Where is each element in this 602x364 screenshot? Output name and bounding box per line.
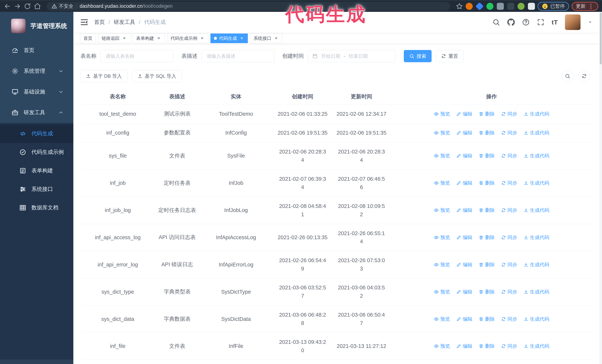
generate-code-link[interactable]: 生成代码: [524, 343, 549, 349]
preview-link[interactable]: 预览: [434, 261, 450, 268]
close-icon[interactable]: ×: [239, 36, 244, 41]
generate-code-link[interactable]: 生成代码: [524, 289, 549, 295]
header-search-icon[interactable]: [492, 18, 500, 26]
breadcrumb-item[interactable]: 研发工具: [114, 19, 135, 26]
sidebar-item-codegen-demo[interactable]: 代码生成示例: [0, 143, 73, 161]
sidebar-logo-row[interactable]: 芋道管理系统: [0, 12, 73, 40]
sync-link[interactable]: 同步: [501, 207, 517, 213]
extension-icon-6[interactable]: [517, 3, 525, 10]
tab-tracing[interactable]: 链路追踪 ×: [98, 33, 130, 43]
extension-icon-7[interactable]: [528, 3, 535, 10]
browser-forward-icon[interactable]: [14, 3, 21, 10]
table-name-input[interactable]: [101, 50, 173, 62]
preview-link[interactable]: 预览: [434, 316, 450, 322]
reset-button[interactable]: 重置: [436, 50, 463, 62]
generate-code-link[interactable]: 生成代码: [524, 130, 549, 136]
generate-code-link[interactable]: 生成代码: [524, 316, 549, 322]
scrollbar-thumb[interactable]: [600, 13, 602, 64]
fullscreen-icon[interactable]: [537, 18, 545, 26]
edit-link[interactable]: 编辑: [456, 207, 472, 213]
preview-link[interactable]: 预览: [434, 234, 450, 241]
font-size-icon[interactable]: tT: [552, 19, 558, 26]
bookmark-star-icon[interactable]: [456, 3, 463, 10]
delete-link[interactable]: 删除: [479, 207, 495, 213]
edit-link[interactable]: 编辑: [456, 153, 472, 159]
tab-home[interactable]: 首页: [80, 33, 96, 43]
date-range-picker[interactable]: 开始日期 - 结束日期: [308, 50, 396, 62]
tab-codegen-demo[interactable]: 代码生成示例 ×: [167, 33, 208, 43]
browser-home-icon[interactable]: [34, 3, 41, 10]
sidebar-item-devtools[interactable]: 研发工具: [0, 102, 73, 123]
edit-link[interactable]: 编辑: [456, 289, 472, 295]
sync-link[interactable]: 同步: [501, 316, 517, 322]
avatar-caret-icon[interactable]: [588, 20, 593, 25]
tab-form-builder[interactable]: 表单构建 ×: [133, 33, 165, 43]
end-date-placeholder[interactable]: 结束日期: [349, 53, 368, 59]
preview-link[interactable]: 预览: [434, 153, 450, 159]
sync-link[interactable]: 同步: [501, 111, 517, 117]
delete-link[interactable]: 删除: [479, 343, 495, 349]
generate-code-link[interactable]: 生成代码: [524, 261, 549, 268]
generate-code-link[interactable]: 生成代码: [524, 153, 549, 159]
sidebar-item-system-api[interactable]: 系统接口: [0, 180, 73, 198]
delete-link[interactable]: 删除: [479, 261, 495, 268]
edit-link[interactable]: 编辑: [456, 111, 472, 117]
generate-code-link[interactable]: 生成代码: [524, 207, 549, 213]
extension-icon-3[interactable]: [486, 3, 494, 10]
hamburger-icon[interactable]: [80, 18, 88, 26]
browser-reload-icon[interactable]: [24, 3, 31, 10]
close-icon[interactable]: ×: [200, 36, 205, 41]
sidebar-item-codegen[interactable]: 代码生成: [0, 125, 73, 143]
table-desc-input[interactable]: [202, 50, 274, 62]
close-icon[interactable]: ×: [274, 36, 279, 41]
tab-system-api[interactable]: 系统接口 ×: [250, 33, 282, 43]
preview-link[interactable]: 预览: [434, 343, 450, 349]
edit-link[interactable]: 编辑: [456, 180, 472, 186]
sync-link[interactable]: 同步: [501, 153, 517, 159]
sidebar-item-system[interactable]: 系统管理: [0, 61, 73, 82]
sync-link[interactable]: 同步: [501, 261, 517, 268]
edit-link[interactable]: 编辑: [456, 343, 472, 349]
sync-link[interactable]: 同步: [501, 289, 517, 295]
preview-link[interactable]: 预览: [434, 180, 450, 186]
delete-link[interactable]: 删除: [479, 234, 495, 241]
extension-icon-1[interactable]: [466, 3, 473, 10]
sidebar-item-home[interactable]: 首页: [0, 40, 73, 61]
paused-badge[interactable]: 已暂停: [538, 2, 569, 11]
extension-icon-2[interactable]: [475, 2, 484, 10]
preview-link[interactable]: 预览: [434, 207, 450, 213]
tab-codegen[interactable]: 代码生成 ×: [210, 33, 248, 43]
close-icon[interactable]: ×: [156, 36, 161, 41]
edit-link[interactable]: 编辑: [456, 316, 472, 322]
generate-code-link[interactable]: 生成代码: [524, 234, 549, 241]
delete-link[interactable]: 删除: [479, 316, 495, 322]
start-date-placeholder[interactable]: 开始日期: [321, 53, 340, 59]
sync-link[interactable]: 同步: [501, 130, 517, 136]
toggle-search-button[interactable]: [562, 70, 573, 82]
help-icon[interactable]: [522, 18, 530, 26]
import-sql-button[interactable]: 基于 SQL 导入: [132, 70, 182, 82]
close-icon[interactable]: ×: [122, 36, 127, 41]
sync-link[interactable]: 同步: [501, 234, 517, 241]
search-button[interactable]: 搜索: [404, 50, 431, 62]
sync-link[interactable]: 同步: [501, 180, 517, 186]
edit-link[interactable]: 编辑: [456, 130, 472, 136]
user-avatar[interactable]: [565, 14, 580, 30]
delete-link[interactable]: 删除: [479, 111, 495, 117]
delete-link[interactable]: 删除: [479, 180, 495, 186]
security-chip[interactable]: 不安全: [52, 3, 73, 10]
sync-link[interactable]: 同步: [501, 343, 517, 349]
preview-link[interactable]: 预览: [434, 130, 450, 136]
sidebar-item-form-builder[interactable]: 表单构建: [0, 161, 73, 180]
url-bar[interactable]: 不安全 dashboard.yudao.iocoder.cn/tool/code…: [47, 2, 450, 11]
edit-link[interactable]: 编辑: [456, 234, 472, 241]
preview-link[interactable]: 预览: [434, 289, 450, 295]
generate-code-link[interactable]: 生成代码: [524, 180, 549, 186]
github-icon[interactable]: [507, 18, 515, 26]
delete-link[interactable]: 删除: [479, 289, 495, 295]
menu-dots-icon[interactable]: [588, 3, 594, 10]
delete-link[interactable]: 删除: [479, 153, 495, 159]
sidebar-item-infra[interactable]: 基础设施: [0, 82, 73, 102]
extension-icon-5[interactable]: [507, 3, 514, 10]
generate-code-link[interactable]: 生成代码: [524, 111, 549, 117]
